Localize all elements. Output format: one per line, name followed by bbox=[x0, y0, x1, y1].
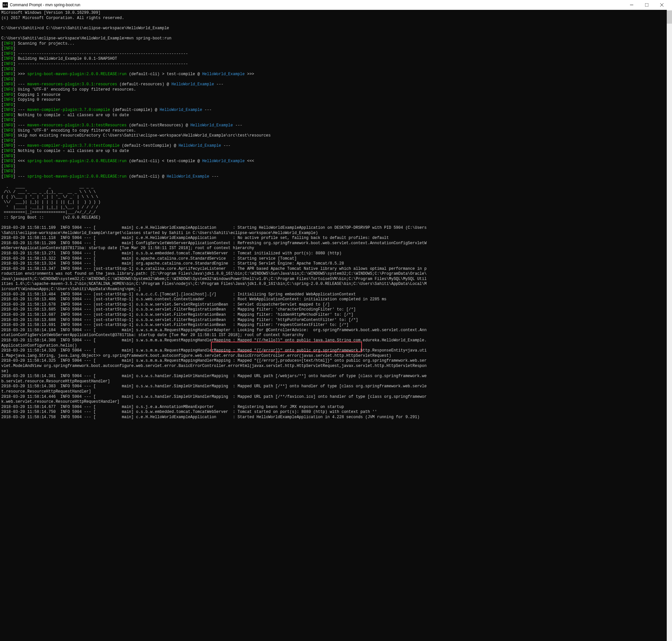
log-line: 2018-03-20 11:58:13.486 INFO 5904 --- [o… bbox=[1, 297, 671, 302]
log-line: 2018-03-20 11:58:14.677 INFO 5904 --- [ … bbox=[1, 405, 671, 410]
spring-banner: . ____ _ __ _ _ /\\ / ___'_ __ _ _(_)_ _… bbox=[1, 179, 671, 226]
console-line: [INFO] bbox=[1, 154, 671, 159]
console-line: [INFO] --- maven-compiler-plugin:3.7.0:c… bbox=[1, 108, 671, 113]
console-line: [INFO] Copying 1 resource bbox=[1, 93, 671, 98]
console-line: [INFO] Nothing to compile - all classes … bbox=[1, 149, 671, 154]
console-line: [INFO] bbox=[1, 103, 671, 108]
console-line: [INFO] --- spring-boot-maven-plugin:2.0.… bbox=[1, 174, 671, 179]
console-line: [INFO] bbox=[1, 118, 671, 123]
log-line: 2018-03-20 11:58:11.118 INFO 5904 --- [ … bbox=[1, 236, 671, 241]
log-line: 2018-03-20 11:58:13.691 INFO 5904 --- [o… bbox=[1, 323, 671, 328]
console-line: [INFO] Using 'UTF-8' encoding to copy fi… bbox=[1, 87, 671, 93]
window-titlebar: C:\ Command Prompt - mvn spring-boot:run bbox=[0, 0, 672, 10]
log-line: vlet.ModelAndView org.springframework.bo… bbox=[1, 364, 671, 369]
log-line: 2018-03-20 11:58:14.308 INFO 5904 --- [ … bbox=[1, 338, 671, 343]
maven-info-block: [INFO] Scanning for projects...[INFO] [I… bbox=[1, 41, 671, 179]
log-line: 2018-03-20 11:58:13.688 INFO 5904 --- [o… bbox=[1, 318, 671, 323]
log-line: se) bbox=[1, 369, 671, 374]
vertical-scrollbar[interactable] bbox=[667, 10, 672, 421]
console-line: [INFO] ---------------------------------… bbox=[1, 62, 671, 67]
log-line: 2018-03-20 11:58:13.322 INFO 5904 --- [ … bbox=[1, 256, 671, 262]
console-line: C:\Users\Sahiti\eclipse-workspace\HelloW… bbox=[1, 36, 671, 41]
console-line: [INFO] Using 'UTF-8' encoding to copy fi… bbox=[1, 128, 671, 134]
log-line: 2018-03-20 11:58:13.484 INFO 5904 --- [o… bbox=[1, 292, 671, 297]
log-line: Java\javapath;C:\WINDOWS\system32;C:\WIN… bbox=[1, 277, 671, 282]
console-line: [INFO] --- maven-resources-plugin:3.0.1:… bbox=[1, 123, 671, 128]
spring-log-block: 2018-03-20 11:58:11.109 INFO 5904 --- [ … bbox=[1, 226, 671, 420]
banner-line bbox=[1, 220, 671, 226]
console-line: Microsoft Windows [Version 10.0.16299.30… bbox=[1, 11, 671, 16]
log-line: 2018-03-20 11:58:13.271 INFO 5904 --- [ … bbox=[1, 251, 671, 256]
log-line: k.web.servlet.resource.ResourceHttpReque… bbox=[1, 399, 671, 405]
log-line: roduction environments was not found on … bbox=[1, 271, 671, 277]
console-line: [INFO] Scanning for projects... bbox=[1, 41, 671, 46]
console-line: (c) 2017 Microsoft Corporation. All righ… bbox=[1, 16, 671, 21]
log-line: 2018-03-20 11:58:14.750 INFO 5904 --- [ … bbox=[1, 410, 671, 415]
log-line: ApplicationConfiguration.hello() bbox=[1, 343, 671, 349]
console-output[interactable]: Microsoft Windows [Version 10.0.16299.30… bbox=[0, 10, 672, 421]
cmd-icon: C:\ bbox=[3, 2, 8, 8]
console-line: [INFO] --- maven-resources-plugin:3.0.1:… bbox=[1, 82, 671, 87]
log-line: 2018-03-20 11:58:13.678 INFO 5904 --- [o… bbox=[1, 302, 671, 308]
log-line: \Sahiti\eclipse-workspace\HelloWorld_Exa… bbox=[1, 231, 671, 236]
console-line: [INFO] bbox=[1, 46, 671, 52]
log-line: ities 1.6\;C:\apache-maven-3.5.2\bin;%CA… bbox=[1, 282, 671, 287]
log-line: 2018-03-20 11:58:13.687 INFO 5904 --- [o… bbox=[1, 312, 671, 318]
console-line: [INFO] --- maven-compiler-plugin:3.7.0:t… bbox=[1, 144, 671, 149]
console-line: [INFO] >>> spring-boot-maven-plugin:2.0.… bbox=[1, 72, 671, 77]
log-line: 2018-03-20 11:58:14.320 INFO 5904 --- [ … bbox=[1, 348, 671, 354]
minimize-button[interactable] bbox=[624, 0, 639, 10]
log-line: t.resource.ResourceHttpRequestHandler] bbox=[1, 389, 671, 395]
banner-line: ( ( )\___ | '_ | '_| | '_ \/ _` | \ \ \ … bbox=[1, 195, 671, 200]
console-line: [INFO] Nothing to compile - all classes … bbox=[1, 113, 671, 118]
console-line bbox=[1, 21, 671, 26]
console-line: [INFO] bbox=[1, 77, 671, 82]
console-line: [INFO] Copying 0 resource bbox=[1, 97, 671, 103]
svg-rect-1 bbox=[645, 3, 648, 6]
log-line: 2018-03-20 11:58:11.109 INFO 5904 --- [ … bbox=[1, 226, 671, 231]
log-line: 2018-03-20 11:58:13.347 INFO 5904 --- [o… bbox=[1, 267, 671, 272]
maximize-button[interactable] bbox=[639, 0, 654, 10]
console-line: C:\Users\Sahiti>cd C:\Users\Sahiti\eclip… bbox=[1, 26, 671, 31]
log-line: 2018-03-20 11:58:14.446 INFO 5904 --- [ … bbox=[1, 395, 671, 400]
console-line: [INFO] bbox=[1, 164, 671, 169]
banner-line: ' |____| .__|_| |_|_| |_\__, | / / / / bbox=[1, 205, 671, 210]
close-button[interactable] bbox=[654, 0, 669, 10]
log-line: ebServerApplicationContext@378171ba: sta… bbox=[1, 246, 671, 251]
log-line: 2018-03-20 11:58:14.381 INFO 5904 --- [ … bbox=[1, 374, 671, 379]
log-line: 2018-03-20 11:58:11.209 INFO 5904 --- [ … bbox=[1, 241, 671, 246]
banner-line: . ____ _ __ _ _ bbox=[1, 185, 671, 190]
window-title: Command Prompt - mvn spring-boot:run bbox=[10, 3, 624, 7]
log-line: otationConfigServletWebServerApplication… bbox=[1, 333, 671, 338]
console-line: [INFO] Building HelloWorld_Example 0.0.1… bbox=[1, 56, 671, 62]
console-header: Microsoft Windows [Version 10.0.16299.30… bbox=[1, 11, 671, 41]
console-line: [INFO] <<< spring-boot-maven-plugin:2.0.… bbox=[1, 159, 671, 164]
log-line: l.Map<java.lang.String, java.lang.Object… bbox=[1, 354, 671, 359]
scrollbar-thumb[interactable] bbox=[667, 11, 672, 24]
console-line: [INFO] ---------------------------------… bbox=[1, 52, 671, 57]
console-line: [INFO] bbox=[1, 67, 671, 72]
banner-line bbox=[1, 179, 671, 185]
console-line: [INFO] bbox=[1, 169, 671, 174]
log-line: 2018-03-20 11:58:14.184 INFO 5904 --- [ … bbox=[1, 328, 671, 333]
banner-line: =========|_|==============|___/=/_/_/_/ bbox=[1, 210, 671, 215]
log-line: b.servlet.resource.ResourceHttpRequestHa… bbox=[1, 379, 671, 384]
console-line bbox=[1, 31, 671, 36]
log-line: 2018-03-20 11:58:14.325 INFO 5904 --- [ … bbox=[1, 358, 671, 364]
banner-line: /\\ / ___'_ __ _ _(_)_ __ __ _ \ \ \ \ bbox=[1, 190, 671, 195]
log-line: 2018-03-20 11:58:14.758 INFO 5904 --- [ … bbox=[1, 415, 671, 420]
console-line: [INFO] bbox=[1, 138, 671, 144]
console-line: [INFO] skip non existing resourceDirecto… bbox=[1, 133, 671, 138]
banner-line: :: Spring Boot :: (v2.0.0.RELEASE) bbox=[1, 215, 671, 221]
log-line: 2018-03-20 11:58:13.324 INFO 5904 --- [ … bbox=[1, 261, 671, 267]
log-line: icrosoft\WindowsApps;C:\Users\Sahiti\App… bbox=[1, 287, 671, 292]
log-line: 2018-03-20 11:58:14.383 INFO 5904 --- [ … bbox=[1, 384, 671, 389]
banner-line: \\/ ___)| |_)| | | | | || (_| | ) ) ) ) bbox=[1, 200, 671, 205]
log-line: 2018-03-20 11:58:13.685 INFO 5904 --- [o… bbox=[1, 307, 671, 312]
